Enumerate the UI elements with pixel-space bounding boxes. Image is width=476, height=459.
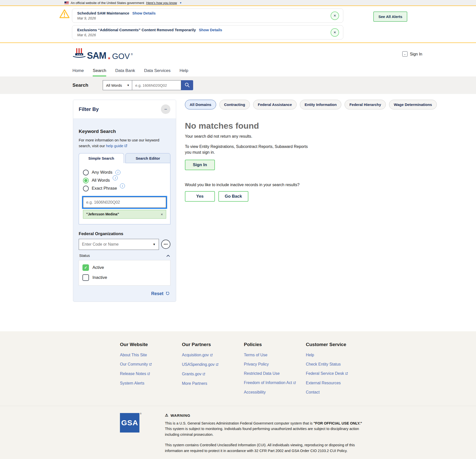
logo-sam-text: SAM xyxy=(87,51,106,60)
sam-gov-logo[interactable]: ★ ★ ★ SAM ★ GOV ® xyxy=(72,48,133,60)
pill-all-domains[interactable]: All Domains xyxy=(185,100,216,109)
chevron-down-icon: ▼ xyxy=(153,243,156,246)
site-footer: Our Website About This Site Our Communit… xyxy=(0,331,476,459)
footer-link-system-alerts[interactable]: System Alerts xyxy=(120,381,182,386)
exact-phrase-radio[interactable] xyxy=(83,186,89,191)
us-flag-icon xyxy=(64,1,69,4)
nav-item-data-bank[interactable]: Data Bank xyxy=(115,65,135,76)
any-words-radio[interactable] xyxy=(83,170,89,175)
info-icon[interactable]: i xyxy=(120,183,125,188)
external-link-icon xyxy=(345,372,348,376)
federal-organizations-heading: Federal Organizations xyxy=(79,231,170,236)
info-icon[interactable]: i xyxy=(113,175,118,180)
filter-by-title: Filter By xyxy=(79,106,99,112)
federal-organizations-select[interactable]: Enter Code or Name ▼ xyxy=(79,239,159,250)
footer-link-privacy-policy[interactable]: Privacy Policy xyxy=(244,362,306,367)
footer-link-acquisition-gov[interactable]: Acquisition.gov xyxy=(182,353,244,358)
footer-col-customer-service: Customer Service Help Check Entity Statu… xyxy=(306,342,368,399)
footer-link-accessibility[interactable]: Accessibility xyxy=(244,390,306,395)
footer-heading: Our Website xyxy=(120,342,182,347)
footer-link-more-partners[interactable]: More Partners xyxy=(182,381,244,386)
status-active-row[interactable]: ✓ Active xyxy=(82,264,167,271)
no-matches-heading: No matches found xyxy=(185,121,467,131)
how-you-know-link[interactable]: Here's how you know xyxy=(146,1,177,5)
external-link-icon xyxy=(293,381,296,385)
footer-heading: Policies xyxy=(244,342,306,347)
gov-banner: An official website of the United States… xyxy=(0,0,476,6)
nav-item-help[interactable]: Help xyxy=(179,65,188,76)
warning-triangle-icon xyxy=(59,8,70,23)
pill-federal-assistance[interactable]: Federal Assistance xyxy=(253,100,297,109)
search-input[interactable] xyxy=(132,80,181,90)
results-area: All Domains Contracting Federal Assistan… xyxy=(185,100,467,202)
footer-link-our-community[interactable]: Our Community xyxy=(120,362,182,367)
footer-link-foia[interactable]: Freedom of Information Act xyxy=(244,381,306,385)
keyword-input[interactable] xyxy=(83,197,166,208)
nav-item-search[interactable]: Search xyxy=(93,65,106,76)
footer-link-usaspending-gov[interactable]: USASpending.gov xyxy=(182,362,244,367)
simple-search-panel: Any Words i All Words i Exact Phrase i "… xyxy=(79,163,170,224)
footer-link-contact[interactable]: Contact xyxy=(306,390,368,395)
footer-link-grants-gov[interactable]: Grants.gov xyxy=(182,372,244,377)
external-link-icon xyxy=(202,372,205,377)
reset-filters-link[interactable]: Reset xyxy=(151,291,163,296)
any-words-label: Any Words xyxy=(92,170,112,175)
federal-organizations-placeholder: Enter Code or Name xyxy=(82,242,119,247)
footer-heading: Our Partners xyxy=(182,342,244,347)
external-link-icon xyxy=(216,363,219,367)
nav-item-home[interactable]: Home xyxy=(72,65,84,76)
status-heading: Status xyxy=(79,253,90,258)
sign-in-button[interactable]: Sign In xyxy=(185,160,215,170)
pill-entity-information[interactable]: Entity Information xyxy=(300,100,341,109)
reset-icon[interactable] xyxy=(165,291,170,297)
pill-wage-determinations[interactable]: Wage Determinations xyxy=(389,100,437,109)
alert-title: Scheduled SAM Maintenance xyxy=(77,11,129,15)
alert-card: Scheduled SAM Maintenance Show Details M… xyxy=(72,8,343,23)
yes-button[interactable]: Yes xyxy=(185,191,215,202)
footer-link-check-entity-status[interactable]: Check Entity Status xyxy=(306,362,368,367)
show-details-link[interactable]: Show Details xyxy=(132,11,155,15)
remove-chip-icon[interactable]: × xyxy=(161,212,163,216)
close-icon[interactable]: × xyxy=(331,11,339,20)
close-icon[interactable]: × xyxy=(331,28,339,37)
search-bar: Search All Words ▼ xyxy=(0,76,476,94)
search-mode-select[interactable]: All Words ▼ xyxy=(103,80,132,90)
gsa-logo: GSA xyxy=(120,413,139,433)
footer-link-about-this-site[interactable]: About This Site xyxy=(120,353,182,357)
search-submit-button[interactable] xyxy=(181,80,193,90)
all-words-radio[interactable] xyxy=(83,178,89,183)
more-options-button[interactable]: ••• xyxy=(161,240,170,249)
chevron-up-icon[interactable] xyxy=(166,253,170,258)
see-all-alerts-button[interactable]: See All Alerts xyxy=(373,11,407,22)
nav-item-data-services[interactable]: Data Services xyxy=(144,65,171,76)
sign-in-required-message: To view Entity Registrations, Subcontrac… xyxy=(185,144,310,155)
footer-link-federal-service-desk[interactable]: Federal Service Desk xyxy=(306,371,368,376)
search-icon xyxy=(184,82,190,88)
footer-link-terms-of-use[interactable]: Terms of Use xyxy=(244,353,306,357)
footer-link-restricted-data-use[interactable]: Restricted Data Use xyxy=(244,371,306,376)
logo-registered-mark: ® xyxy=(131,53,133,56)
tab-search-editor[interactable]: Search Editor xyxy=(125,153,171,163)
inactive-checkbox[interactable] xyxy=(82,274,89,281)
status-inactive-row[interactable]: Inactive xyxy=(82,274,167,281)
tab-simple-search[interactable]: Simple Search xyxy=(79,153,124,163)
footer-link-help[interactable]: Help xyxy=(306,353,368,357)
help-guide-link[interactable]: help guide xyxy=(106,144,123,148)
footer-link-release-notes[interactable]: Release Notes xyxy=(120,372,182,376)
pill-federal-hierarchy[interactable]: Federal Hierarchy xyxy=(345,100,386,109)
info-icon[interactable]: i xyxy=(115,170,120,175)
active-checkbox[interactable]: ✓ xyxy=(82,264,89,271)
footer-link-external-resources[interactable]: External Resources xyxy=(306,381,368,385)
sign-in-link[interactable]: ← Sign In xyxy=(402,51,422,57)
exact-phrase-label: Exact Phrase xyxy=(92,186,117,191)
show-details-link[interactable]: Show Details xyxy=(199,28,222,32)
status-box: ✓ Active Inactive xyxy=(79,260,170,286)
search-mode-value: All Words xyxy=(106,83,122,87)
sign-in-label: Sign In xyxy=(410,52,422,56)
footer-col-policies: Policies Terms of Use Privacy Policy Res… xyxy=(244,342,306,399)
go-back-button[interactable]: Go Back xyxy=(218,191,248,202)
pill-contracting[interactable]: Contracting xyxy=(219,100,250,109)
main-content: Filter By − Keyword Search For more info… xyxy=(0,94,476,331)
collapse-filters-button[interactable]: − xyxy=(161,104,170,114)
alert-date: Mar 9, 2026 xyxy=(77,16,328,20)
